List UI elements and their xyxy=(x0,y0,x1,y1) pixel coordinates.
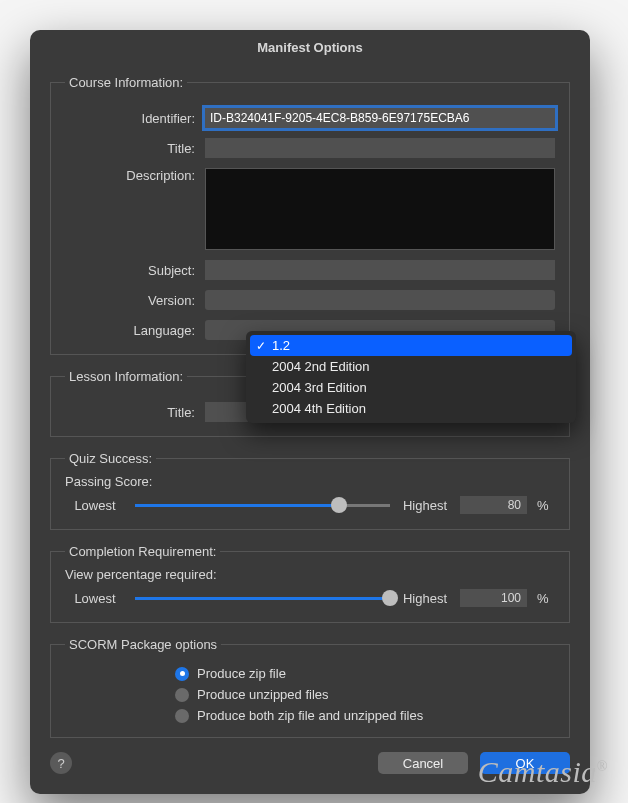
version-select[interactable] xyxy=(205,290,555,310)
view-percentage-label: View percentage required: xyxy=(65,567,555,582)
completion-requirement-section: Completion Requirement: View percentage … xyxy=(50,544,570,623)
quiz-highest-label: Highest xyxy=(400,498,450,513)
version-dropdown-popup: ✓ 1.2 2004 2nd Edition 2004 3rd Edition … xyxy=(246,331,576,423)
version-option-label: 2004 3rd Edition xyxy=(272,380,367,395)
quiz-lowest-label: Lowest xyxy=(65,498,125,513)
subject-label: Subject: xyxy=(65,263,205,278)
course-section-legend: Course Information: xyxy=(65,75,187,90)
slider-thumb[interactable] xyxy=(382,590,398,606)
version-option-label: 2004 2nd Edition xyxy=(272,359,370,374)
subject-input[interactable] xyxy=(205,260,555,280)
window-title: Manifest Options xyxy=(30,30,590,65)
help-button[interactable]: ? xyxy=(50,752,72,774)
radio-both[interactable] xyxy=(175,709,189,723)
radio-unzipped[interactable] xyxy=(175,688,189,702)
identifier-label: Identifier: xyxy=(65,111,205,126)
quiz-percent-label: % xyxy=(537,498,555,513)
passing-score-input[interactable] xyxy=(460,496,527,514)
completion-section-legend: Completion Requirement: xyxy=(65,544,220,559)
slider-thumb[interactable] xyxy=(331,497,347,513)
version-option-label: 2004 4th Edition xyxy=(272,401,366,416)
radio-both-label: Produce both zip file and unzipped files xyxy=(197,708,423,723)
completion-slider[interactable] xyxy=(135,588,390,608)
completion-percent-label: % xyxy=(537,591,555,606)
scorm-package-section: SCORM Package options Produce zip file P… xyxy=(50,637,570,738)
quiz-section-legend: Quiz Success: xyxy=(65,451,156,466)
version-option-2004-4th[interactable]: 2004 4th Edition xyxy=(246,398,576,419)
version-label: Version: xyxy=(65,293,205,308)
passing-score-label: Passing Score: xyxy=(65,474,555,489)
scorm-section-legend: SCORM Package options xyxy=(65,637,221,652)
completion-lowest-label: Lowest xyxy=(65,591,125,606)
lesson-title-label: Title: xyxy=(65,405,205,420)
version-option-2004-2nd[interactable]: 2004 2nd Edition xyxy=(246,356,576,377)
passing-score-slider[interactable] xyxy=(135,495,390,515)
course-title-input[interactable] xyxy=(205,138,555,158)
camtasia-watermark: Camtasia® xyxy=(478,755,608,789)
version-option-label: 1.2 xyxy=(272,338,290,353)
radio-zip[interactable] xyxy=(175,667,189,681)
course-information-section: Course Information: Identifier: Title: D… xyxy=(50,75,570,355)
completion-input[interactable] xyxy=(460,589,527,607)
version-option-2004-3rd[interactable]: 2004 3rd Edition xyxy=(246,377,576,398)
version-option-1-2[interactable]: ✓ 1.2 xyxy=(250,335,572,356)
language-label: Language: xyxy=(65,323,205,338)
completion-highest-label: Highest xyxy=(400,591,450,606)
radio-unzipped-label: Produce unzipped files xyxy=(197,687,329,702)
cancel-button[interactable]: Cancel xyxy=(378,752,468,774)
quiz-success-section: Quiz Success: Passing Score: Lowest High… xyxy=(50,451,570,530)
radio-zip-label: Produce zip file xyxy=(197,666,286,681)
description-label: Description: xyxy=(65,168,205,183)
lesson-section-legend: Lesson Information: xyxy=(65,369,187,384)
title-label: Title: xyxy=(65,141,205,156)
description-textarea[interactable] xyxy=(205,168,555,250)
check-icon: ✓ xyxy=(256,339,266,353)
manifest-options-dialog: Manifest Options Course Information: Ide… xyxy=(30,30,590,794)
identifier-input[interactable] xyxy=(205,108,555,128)
